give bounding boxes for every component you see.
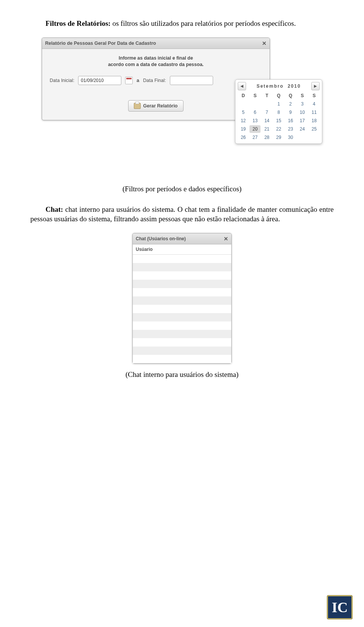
chat-row[interactable] xyxy=(133,296,231,305)
calendar-dow: S xyxy=(249,92,260,99)
chat-row[interactable] xyxy=(133,313,231,321)
p2-lead: Chat: xyxy=(46,205,63,213)
calendar-day[interactable]: 17 xyxy=(297,117,308,124)
caption-1: (Filtros por períodos e dados específico… xyxy=(30,185,334,193)
calendar-blank xyxy=(249,100,260,108)
input-data-final[interactable] xyxy=(170,76,213,85)
calendar-blank xyxy=(238,100,249,108)
calendar-day[interactable]: 11 xyxy=(309,109,320,116)
chat-row[interactable] xyxy=(133,263,231,271)
calendar-day[interactable]: 13 xyxy=(249,117,260,124)
input-data-inicial[interactable] xyxy=(78,76,121,85)
calendar-popup: ◀ Setembro 2010 ▶ DSTQQSS123456789101112… xyxy=(235,79,322,144)
ic-logo: IC xyxy=(327,595,353,619)
calendar-next-button[interactable]: ▶ xyxy=(311,82,320,90)
calendar-day[interactable]: 21 xyxy=(261,125,272,133)
close-icon[interactable]: ✕ xyxy=(261,40,267,46)
chat-dialog: Chat (Usúarios on-line) ✕ Usúario xyxy=(132,233,232,364)
calendar-day[interactable]: 28 xyxy=(261,134,272,141)
calendar-day[interactable]: 29 xyxy=(273,134,284,141)
calendar-dow: Q xyxy=(285,92,296,99)
calendar-day[interactable]: 30 xyxy=(285,134,296,141)
calendar-day[interactable]: 16 xyxy=(285,117,296,124)
calendar-day[interactable]: 20 xyxy=(249,125,260,133)
label-data-final: Data Final: xyxy=(143,78,166,83)
chat-user-list xyxy=(133,255,231,363)
chat-row[interactable] xyxy=(133,255,231,263)
calendar-title: Setembro 2010 xyxy=(257,83,301,89)
calendar-day[interactable]: 12 xyxy=(238,117,249,124)
chat-row[interactable] xyxy=(133,280,231,288)
calendar-grid: DSTQQSS123456789101112131415161718192021… xyxy=(238,92,320,141)
gerar-relatorio-button[interactable]: Gerar Relatório xyxy=(128,100,183,112)
calendar-day[interactable]: 3 xyxy=(297,100,308,108)
calendar-day[interactable]: 22 xyxy=(273,125,284,133)
calendar-icon[interactable] xyxy=(125,77,133,84)
calendar-day[interactable]: 27 xyxy=(249,134,260,141)
label-data-inicial: Data Inicial: xyxy=(50,78,74,83)
dialog1-titlebar[interactable]: Relatório de Pessoas Geral Por Data de C… xyxy=(42,38,270,49)
p2-rest: chat interno para usuários do sistema. O… xyxy=(30,205,334,223)
calendar-day[interactable]: 4 xyxy=(309,100,320,108)
date-form-row: Data Inicial: a Data Final: xyxy=(50,76,262,85)
chat-row[interactable] xyxy=(133,347,231,355)
dialog2-titlebar[interactable]: Chat (Usúarios on-line) ✕ xyxy=(133,233,231,244)
chat-row[interactable] xyxy=(133,288,231,296)
calendar-prev-button[interactable]: ◀ xyxy=(238,82,246,90)
p1-lead: Filtros de Relatórios: xyxy=(46,19,111,27)
print-icon xyxy=(134,103,141,109)
date-separator: a xyxy=(136,78,139,83)
chat-row[interactable] xyxy=(133,330,231,338)
calendar-day[interactable]: 19 xyxy=(238,125,249,133)
caption-2: (Chat interno para usuários do sistema) xyxy=(30,370,334,379)
calendar-dow: Q xyxy=(273,92,284,99)
calendar-day[interactable]: 10 xyxy=(297,109,308,116)
dialog1-help: Informe as datas inicial e final de acor… xyxy=(50,55,262,68)
calendar-day[interactable]: 7 xyxy=(261,109,272,116)
paragraph-filtros: Filtros de Relatórios: os filtros são ut… xyxy=(30,19,334,28)
p1-rest: os filtros são utilizados para relatório… xyxy=(111,19,296,27)
chat-column-header: Usúario xyxy=(133,244,231,255)
dialog2-title: Chat (Usúarios on-line) xyxy=(136,236,186,241)
calendar-day[interactable]: 6 xyxy=(249,109,260,116)
calendar-day[interactable]: 8 xyxy=(273,109,284,116)
calendar-day[interactable]: 2 xyxy=(285,100,296,108)
chat-row[interactable] xyxy=(133,321,231,330)
calendar-dow: D xyxy=(238,92,249,99)
calendar-dow: S xyxy=(309,92,320,99)
calendar-dow: T xyxy=(261,92,272,99)
calendar-day[interactable]: 23 xyxy=(285,125,296,133)
chat-row[interactable] xyxy=(133,271,231,280)
gerar-relatorio-label: Gerar Relatório xyxy=(143,103,177,109)
calendar-blank xyxy=(261,100,272,108)
paragraph-chat: Chat: chat interno para usuários do sist… xyxy=(30,205,334,224)
calendar-day[interactable]: 15 xyxy=(273,117,284,124)
chat-row[interactable] xyxy=(133,305,231,313)
close-icon[interactable]: ✕ xyxy=(223,236,229,242)
chat-row[interactable] xyxy=(133,338,231,347)
calendar-day[interactable]: 5 xyxy=(238,109,249,116)
calendar-day[interactable]: 18 xyxy=(309,117,320,124)
calendar-day[interactable]: 25 xyxy=(309,125,320,133)
dialog1-title: Relatório de Pessoas Geral Por Data de C… xyxy=(45,41,156,46)
dialog1-container: Relatório de Pessoas Geral Por Data de C… xyxy=(42,38,322,178)
chat-row[interactable] xyxy=(133,355,231,363)
calendar-day[interactable]: 14 xyxy=(261,117,272,124)
calendar-day[interactable]: 24 xyxy=(297,125,308,133)
calendar-day[interactable]: 26 xyxy=(238,134,249,141)
calendar-day[interactable]: 1 xyxy=(273,100,284,108)
calendar-header: ◀ Setembro 2010 ▶ xyxy=(238,82,320,90)
calendar-day[interactable]: 9 xyxy=(285,109,296,116)
calendar-dow: S xyxy=(297,92,308,99)
